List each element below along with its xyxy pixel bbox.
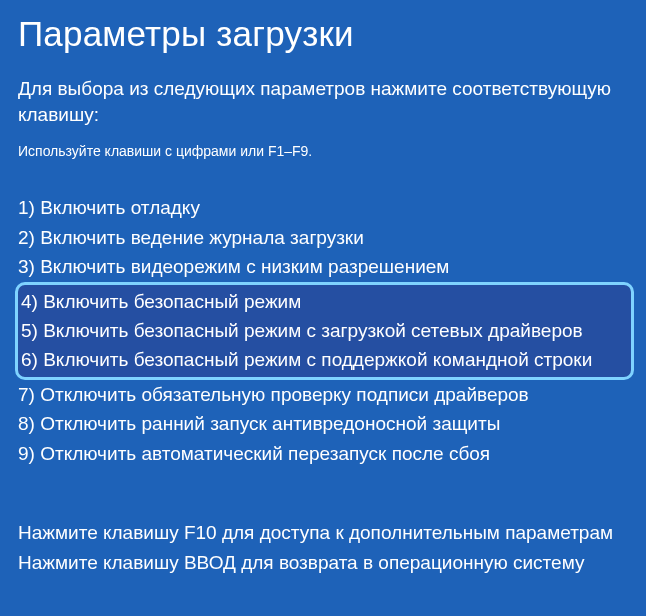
option-label: Отключить автоматический перезапуск посл…: [40, 443, 490, 464]
option-num: 7): [18, 384, 35, 405]
option-9[interactable]: 9) Отключить автоматический перезапуск п…: [18, 439, 628, 468]
option-5[interactable]: 5) Включить безопасный режим с загрузкой…: [18, 316, 631, 345]
option-8[interactable]: 8) Отключить ранний запуск антивредоносн…: [18, 409, 628, 438]
option-num: 5): [21, 320, 38, 341]
option-num: 1): [18, 197, 35, 218]
option-6[interactable]: 6) Включить безопасный режим с поддержко…: [18, 345, 631, 374]
hint-text: Используйте клавиши с цифрами или F1–F9.: [18, 143, 628, 159]
option-num: 8): [18, 413, 35, 434]
option-2[interactable]: 2) Включить ведение журнала загрузки: [18, 223, 628, 252]
option-num: 4): [21, 291, 38, 312]
option-label: Включить видеорежим с низким разрешением: [40, 256, 449, 277]
options-list: 1) Включить отладку 2) Включить ведение …: [18, 193, 628, 468]
footer-line-enter: Нажмите клавишу ВВОД для возврата в опер…: [18, 548, 628, 577]
option-label: Включить ведение журнала загрузки: [40, 227, 364, 248]
footer-instructions: Нажмите клавишу F10 для доступа к дополн…: [18, 518, 628, 577]
option-label: Включить безопасный режим с поддержкой к…: [43, 349, 592, 370]
subtitle: Для выбора из следующих параметров нажми…: [18, 76, 628, 127]
option-num: 6): [21, 349, 38, 370]
option-7[interactable]: 7) Отключить обязательную проверку подпи…: [18, 380, 628, 409]
option-1[interactable]: 1) Включить отладку: [18, 193, 628, 222]
option-4[interactable]: 4) Включить безопасный режим: [18, 287, 631, 316]
safe-mode-highlight: 4) Включить безопасный режим 5) Включить…: [15, 282, 634, 380]
option-3[interactable]: 3) Включить видеорежим с низким разрешен…: [18, 252, 628, 281]
option-num: 2): [18, 227, 35, 248]
option-label: Включить безопасный режим с загрузкой се…: [43, 320, 582, 341]
option-label: Отключить ранний запуск антивредоносной …: [40, 413, 500, 434]
option-label: Включить отладку: [40, 197, 200, 218]
option-label: Включить безопасный режим: [43, 291, 301, 312]
footer-line-f10: Нажмите клавишу F10 для доступа к дополн…: [18, 518, 628, 547]
startup-settings-screen: Параметры загрузки Для выбора из следующ…: [0, 0, 646, 595]
page-title: Параметры загрузки: [18, 14, 628, 54]
option-label: Отключить обязательную проверку подписи …: [40, 384, 529, 405]
option-num: 3): [18, 256, 35, 277]
option-num: 9): [18, 443, 35, 464]
